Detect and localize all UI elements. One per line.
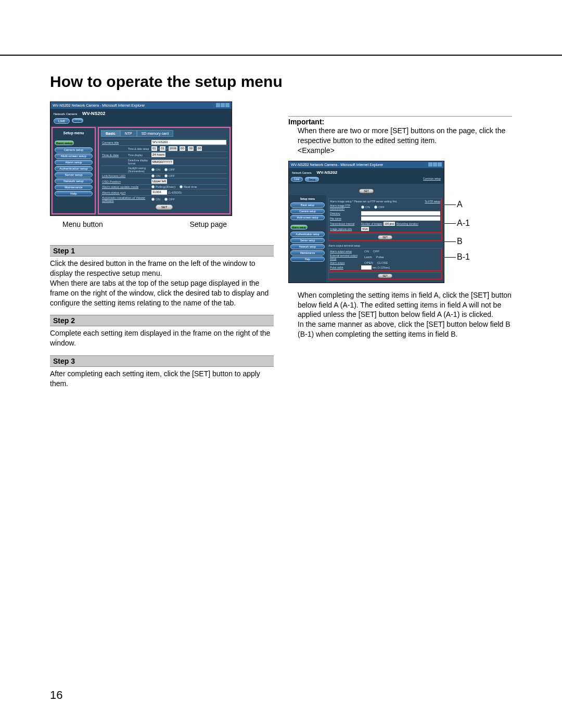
num-select[interactable]: 100 pics xyxy=(384,222,395,226)
page-title: How to operate the setup menu xyxy=(50,73,283,91)
example-label: <Example> xyxy=(298,146,512,156)
section-a-head: Alarm image setup * Please set up FTP se… xyxy=(330,199,440,203)
sidebar-heading: Setup menu xyxy=(55,131,93,135)
step-2-body: Complete each setting item displayed in … xyxy=(50,328,274,348)
setup-button[interactable]: Setup xyxy=(305,177,319,182)
date-dd[interactable]: 01 xyxy=(160,146,165,151)
row-time-display: Time & date Time display 24 hours xyxy=(101,151,227,158)
row-dst: Daylight saving (Summertime) ON OFF xyxy=(101,165,227,173)
row-led: Link/Access LED ON OFF xyxy=(101,173,227,178)
callout-line-a1 xyxy=(444,223,456,224)
sidebar-item-camera[interactable]: Camera setup xyxy=(290,209,325,214)
top-buttons: Live Setup xyxy=(50,117,232,126)
dir-input[interactable] xyxy=(361,211,440,215)
right-column: Important: When there are two or more [S… xyxy=(288,101,512,389)
dt-fmt-select[interactable]: MM/DD/YYYY xyxy=(151,160,173,164)
date-mm[interactable]: 01 xyxy=(151,146,157,151)
setup-page-pane: Basic NTP SD memory card Camera title WV… xyxy=(98,127,231,214)
sidebar-item-basic[interactable]: Basic setup xyxy=(55,141,74,145)
sidebar-item-auth[interactable]: Authentication setup xyxy=(55,166,93,171)
autoinst-on-radio[interactable] xyxy=(151,198,155,201)
sidebar-item-multi[interactable]: Multi-screen setup xyxy=(55,154,93,159)
dst-label: Daylight saving (Summertime) xyxy=(128,167,151,173)
window-header: Network Camera WV-NS202 xyxy=(289,168,444,176)
window-controls xyxy=(215,103,229,108)
osd-select[interactable]: Upper left xyxy=(151,179,167,184)
step-1-body: Click the desired button in the frame on… xyxy=(50,259,274,308)
callout-line-b xyxy=(444,241,456,242)
top-buttons: Live Setup Common setup xyxy=(289,176,444,184)
date-yyyy[interactable]: 2006 xyxy=(169,146,177,151)
alarm-port-input[interactable]: 31004 xyxy=(151,190,167,195)
set-button[interactable]: SET xyxy=(156,205,173,210)
setup-menu-sidebar: Setup menu Basic setup Camera setup Mult… xyxy=(52,127,96,214)
sidebar-item-multi[interactable]: Multi-screen setup xyxy=(290,215,325,220)
important-heading: Important: xyxy=(288,116,512,126)
brand-label: Network Camera xyxy=(54,112,77,116)
alarm-rt-radio[interactable] xyxy=(180,185,183,188)
set-button-top[interactable]: SET xyxy=(359,189,374,193)
time-ss[interactable]: 00 xyxy=(197,146,202,151)
file-input[interactable] xyxy=(361,216,440,221)
model-label: WV-NS202 xyxy=(317,170,338,175)
sidebar-item-network[interactable]: Network setup xyxy=(55,178,93,184)
set-button-b[interactable]: SET xyxy=(378,274,392,278)
sidebar-item-basic[interactable]: Basic setup xyxy=(290,202,325,208)
autoinst-off-radio[interactable] xyxy=(164,198,168,201)
led-off-radio[interactable] xyxy=(164,174,168,177)
date-fields: 01 / 01 / 2006 00 : 00 : 00 xyxy=(151,146,226,151)
alarm-port-label: Alarm status port xyxy=(102,191,151,194)
callout-a1: A-1 xyxy=(457,219,470,228)
tab-sd[interactable]: SD memory card xyxy=(137,130,174,137)
sidebar-item-server[interactable]: Server setup xyxy=(290,238,325,243)
live-button[interactable]: Live xyxy=(54,118,70,124)
time-hh[interactable]: 00 xyxy=(180,146,185,151)
section-a: Alarm image setup * Please set up FTP se… xyxy=(328,198,442,233)
sidebar-item-alarm[interactable]: Alarm setup xyxy=(290,225,308,229)
time-mm[interactable]: 00 xyxy=(188,146,194,151)
window-titlebar: WV-NS202 Network Camera - Microsoft Inte… xyxy=(50,102,232,109)
row-alarm-port: Alarm status port 31004 (1-65535) xyxy=(101,189,227,195)
step-3-body: After completing each setting item, clic… xyxy=(50,369,274,389)
dst-on-radio[interactable] xyxy=(151,168,155,171)
dst-off-radio[interactable] xyxy=(164,168,168,171)
live-button[interactable]: Live xyxy=(291,177,303,182)
screenshot-caption: Menu button Setup page xyxy=(50,220,232,228)
alarm-mode-label: Alarm status update mode xyxy=(102,185,151,188)
camera-title-input[interactable]: WV-NS202 xyxy=(151,140,226,145)
common-setup-link[interactable]: Common setup xyxy=(423,177,441,182)
callout-b1: B-1 xyxy=(457,252,470,262)
important-body: When there are two or more [SET] buttons… xyxy=(298,126,512,146)
sidebar-item-auth[interactable]: Authentication setup xyxy=(290,232,325,237)
window-body: Setup menu Basic setup Camera setup Mult… xyxy=(289,195,444,283)
led-on-radio[interactable] xyxy=(151,174,155,177)
sidebar-item-camera[interactable]: Camera setup xyxy=(55,147,93,152)
left-column: WV-NS202 Network Camera - Microsoft Inte… xyxy=(50,101,274,389)
example-screenshot-wrap: WV-NS202 Network Camera - Microsoft Inte… xyxy=(288,161,470,283)
window-title: WV-NS202 Network Camera - Microsoft Inte… xyxy=(291,163,383,167)
pw-input[interactable] xyxy=(361,265,372,270)
screenshot-main: WV-NS202 Network Camera - Microsoft Inte… xyxy=(50,101,232,216)
section-b-set: SET xyxy=(328,272,442,279)
setup-button[interactable]: Setup xyxy=(72,118,83,123)
sidebar-item-help[interactable]: Help xyxy=(55,191,93,196)
cap-select[interactable]: VGA xyxy=(361,227,369,231)
time-disp-select[interactable]: 24 hours xyxy=(151,152,165,157)
alarm-poll-radio[interactable] xyxy=(151,185,155,188)
to-ftp-link[interactable]: To FTP setup xyxy=(425,200,440,203)
sidebar-item-maint[interactable]: Maintenance xyxy=(290,250,325,256)
section-b-head: Alarm output terminal setup xyxy=(328,244,442,247)
sidebar-item-alarm[interactable]: Alarm setup xyxy=(55,160,93,165)
set-button-a[interactable]: SET xyxy=(378,235,392,239)
camera-title-label: Camera title xyxy=(102,141,128,144)
sidebar-item-network[interactable]: Network setup xyxy=(290,244,325,249)
brand-label: Network Camera xyxy=(292,171,312,174)
sidebar-item-help[interactable]: Help xyxy=(290,257,325,262)
sidebar-item-maint[interactable]: Maintenance xyxy=(55,185,93,190)
tab-ntp[interactable]: NTP xyxy=(120,130,137,137)
step-1-head: Step 1 xyxy=(50,245,274,257)
tab-basic[interactable]: Basic xyxy=(101,130,120,137)
caption-menu-button: Menu button xyxy=(62,220,103,228)
dt-fmt-label: Date/time display format xyxy=(128,159,151,165)
sidebar-item-server[interactable]: Server setup xyxy=(55,172,93,177)
